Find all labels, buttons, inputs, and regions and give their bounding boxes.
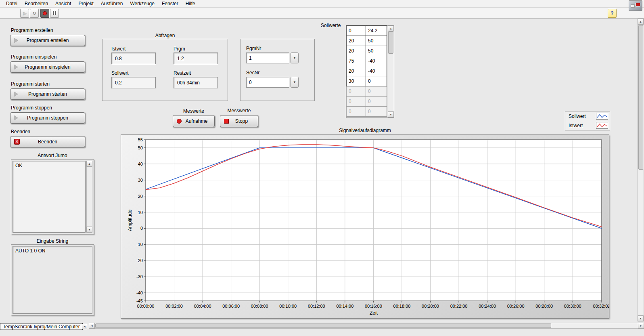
- menu-item-projekt[interactable]: Projekt: [75, 0, 97, 7]
- run-continuous-button[interactable]: ↻: [30, 9, 39, 18]
- istwert-field[interactable]: 0.8: [111, 52, 156, 64]
- menu-item-hilfe[interactable]: Hilfe: [182, 0, 199, 7]
- y-tick-label: 30: [138, 178, 143, 183]
- run-continuous-icon: ↻: [32, 10, 36, 16]
- scroll-up-icon[interactable]: ▲: [388, 25, 394, 32]
- button-label: Stopp: [235, 118, 248, 124]
- programm-stoppen-button[interactable]: Programm stoppen: [10, 112, 85, 124]
- scroll-up-icon[interactable]: ▲: [86, 161, 92, 167]
- restzeit-label: Restzeit: [174, 70, 191, 76]
- pause-icon: [52, 10, 56, 16]
- sollwerte-row: 20-40: [347, 66, 387, 76]
- restzeit-field[interactable]: 00h 34min: [174, 77, 218, 88]
- x-tick-label: 00:24:00: [479, 304, 496, 309]
- sollwerte-cell[interactable]: 75: [347, 56, 366, 66]
- prgm-field[interactable]: 1 2: [174, 52, 218, 64]
- menu-item-ausführen[interactable]: Ausführen: [97, 0, 127, 7]
- button-label: Programm starten: [28, 91, 67, 97]
- sollwerte-cell[interactable]: 0: [347, 26, 366, 36]
- scroll-down-icon[interactable]: ▼: [388, 111, 394, 118]
- eingabe-string-textbox[interactable]: AUTO 1 0 ON: [11, 244, 94, 315]
- sollwerte-cell[interactable]: 0: [347, 97, 366, 107]
- section-label-programm-stoppen: Programm stoppen: [11, 105, 52, 111]
- scroll-right-icon[interactable]: ►: [638, 323, 644, 329]
- scrollbar-thumb[interactable]: [95, 323, 551, 328]
- menu-item-fenster[interactable]: Fenster: [158, 0, 182, 7]
- sollwerte-table[interactable]: 024.22050205075-4020-40300000000 ▲ ▼: [346, 25, 394, 118]
- sollwerte-cell[interactable]: 20: [347, 36, 366, 46]
- run-button[interactable]: ➤: [20, 9, 29, 18]
- vertical-scrollbar[interactable]: ▲ ▼: [638, 19, 644, 321]
- chevron-down-icon[interactable]: ▼: [291, 77, 299, 88]
- antwort-jumo-label: Antwort Jumo: [11, 153, 94, 158]
- labview-logo-icon: [629, 0, 642, 11]
- section-label-beenden: Beenden: [11, 129, 30, 134]
- pgmnr-value[interactable]: 1: [246, 52, 289, 63]
- x-tick-label: 00:06:00: [222, 304, 240, 309]
- beenden-button[interactable]: ✕ Beenden: [10, 136, 85, 147]
- antwort-jumo-textbox[interactable]: OK ▲ ▼: [11, 159, 94, 234]
- sollwerte-cell[interactable]: 50: [366, 36, 387, 46]
- sollwerte-cell[interactable]: 30: [347, 76, 366, 86]
- menu-item-bearbeiten[interactable]: Bearbeiten: [21, 0, 52, 7]
- x-tick-label: 00:26:00: [507, 304, 525, 309]
- y-axis-title: Amplitude: [127, 210, 133, 231]
- sollwerte-cell[interactable]: 20: [347, 66, 366, 76]
- aufnahme-button[interactable]: Aufnahme: [173, 115, 215, 127]
- pgmnr-combo[interactable]: 1 ▼: [246, 52, 299, 63]
- scroll-left-icon[interactable]: ◄: [89, 323, 95, 329]
- help-icon: ?: [611, 10, 613, 16]
- chevron-down-icon[interactable]: ▼: [291, 52, 299, 63]
- sollwerte-cell[interactable]: 50: [366, 46, 387, 56]
- play-icon: [14, 92, 18, 97]
- scrollbar-thumb[interactable]: [638, 25, 643, 170]
- stopp-button[interactable]: Stopp: [220, 115, 258, 127]
- sollwerte-table-label: Sollwerte: [321, 23, 341, 28]
- programm-erstellen-button[interactable]: Programm erstellen: [10, 35, 85, 46]
- sollwerte-cell[interactable]: 20: [347, 46, 366, 56]
- sollwerte-cell[interactable]: 0: [366, 107, 387, 117]
- antwort-jumo-scrollbar[interactable]: ▲ ▼: [86, 161, 92, 233]
- scroll-up-icon[interactable]: ▲: [638, 19, 644, 25]
- sollwerte-cell[interactable]: 24.2: [366, 26, 387, 36]
- menu-item-datei[interactable]: Datei: [2, 0, 21, 7]
- sollwerte-cell[interactable]: 0: [366, 76, 387, 86]
- sollwerte-cell[interactable]: 0: [347, 107, 366, 117]
- scroll-down-icon[interactable]: ▼: [86, 227, 92, 233]
- menu-item-ansicht[interactable]: Ansicht: [52, 0, 75, 7]
- x-tick-label: 00:22:00: [450, 304, 468, 309]
- scrollbar-thumb[interactable]: [388, 32, 393, 54]
- secnr-value[interactable]: 0: [246, 77, 289, 88]
- programm-starten-button[interactable]: Programm starten: [10, 88, 85, 100]
- legend-item-sollwert[interactable]: Sollwert: [565, 111, 610, 121]
- waveform-chart[interactable]: 5550403020100-10-20-30-40-4500:00:0000:0…: [121, 134, 609, 319]
- programm-einspielen-button[interactable]: Programm einspielen: [10, 61, 85, 73]
- abort-button[interactable]: [40, 9, 49, 18]
- y-tick-label: 10: [138, 210, 143, 215]
- sollwerte-row: 00: [347, 86, 387, 97]
- sollwerte-cell[interactable]: 0: [366, 97, 387, 107]
- sollwerte-cell[interactable]: -40: [366, 66, 387, 76]
- pause-button[interactable]: [50, 9, 59, 18]
- antwort-jumo-text[interactable]: OK: [13, 161, 86, 233]
- sollwerte-cell[interactable]: 0: [366, 86, 387, 97]
- pgmnr-label: PgmNr: [246, 46, 261, 51]
- project-tab[interactable]: TempSchrank.lvproj/Mein Computer: [0, 323, 83, 330]
- sollwerte-cell[interactable]: -40: [366, 56, 387, 66]
- sollwert-field[interactable]: 0.2: [111, 77, 156, 88]
- x-tick-label: 00:04:00: [194, 304, 211, 309]
- play-icon: [14, 116, 18, 120]
- horizontal-scrollbar[interactable]: ◄ ►: [89, 323, 644, 329]
- x-tick-label: 00:32:02: [593, 304, 609, 309]
- labview-front-panel: DateiBearbeitenAnsichtProjektAusführenWe…: [0, 0, 644, 336]
- tab-nav-left-icon[interactable]: ◄: [82, 324, 87, 329]
- menu-item-werkzeuge[interactable]: Werkzeuge: [126, 0, 158, 7]
- button-label: Programm erstellen: [27, 38, 69, 43]
- eingabe-string-text[interactable]: AUTO 1 0 ON: [13, 246, 92, 314]
- y-tick-label: -20: [136, 258, 143, 263]
- help-button[interactable]: ?: [608, 9, 617, 18]
- sollwerte-cell[interactable]: 0: [347, 86, 366, 97]
- sollwerte-scrollbar[interactable]: ▲ ▼: [388, 25, 394, 118]
- scroll-down-icon[interactable]: ▼: [638, 315, 644, 321]
- secnr-combo[interactable]: 0 ▼: [246, 77, 299, 88]
